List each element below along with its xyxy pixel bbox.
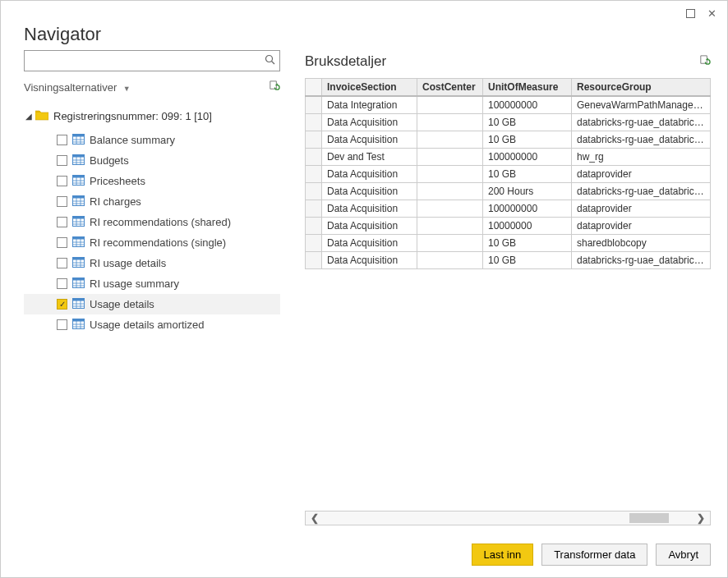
tree-item-label: RI usage summary: [90, 278, 179, 290]
checkbox[interactable]: [57, 278, 67, 289]
table-icon: [72, 319, 90, 332]
tree-root-label: Registreringsnummer: 099: 1 [10]: [53, 110, 212, 122]
left-panel: Visningsalternativer ▼ ◢ Registreringsnu…: [24, 50, 280, 525]
refresh-icon[interactable]: [268, 80, 280, 94]
table-row[interactable]: Data Acquisition200 Hoursdatabricks-rg-u…: [306, 183, 711, 200]
checkbox[interactable]: [57, 196, 67, 207]
cell: Data Acquisition: [322, 252, 417, 269]
content-area: Visningsalternativer ▼ ◢ Registreringsnu…: [1, 50, 727, 534]
navigator-tree: ◢ Registreringsnummer: 099: 1 [10] Balan…: [24, 106, 280, 335]
cell: 200 Hours: [483, 183, 572, 200]
cell: [417, 96, 483, 114]
row-selector-cell[interactable]: [306, 218, 322, 235]
search-icon[interactable]: [260, 54, 279, 67]
dialog-footer: Last inn Transformer data Avbryt: [1, 534, 727, 577]
tree-root-node[interactable]: ◢ Registreringsnummer: 099: 1 [10]: [24, 106, 280, 126]
cell: databricks-rg-uae_databricks-: [572, 131, 711, 149]
row-selector-cell[interactable]: [306, 183, 322, 200]
tree-item[interactable]: Usage details amortized: [24, 314, 280, 335]
cell: [417, 131, 483, 149]
table-row[interactable]: Data Acquisition10 GBdatabricks-rg-uae_d…: [306, 252, 711, 269]
preview-panel: Bruksdetaljer InvoiceSection CostCenter …: [305, 50, 711, 525]
svg-rect-46: [73, 278, 85, 280]
table-icon: [72, 278, 90, 291]
tree-item[interactable]: Pricesheets: [24, 171, 280, 191]
checkbox[interactable]: [57, 155, 67, 166]
checkbox[interactable]: [57, 176, 67, 186]
cell: Data Acquisition: [322, 235, 417, 252]
transform-data-button[interactable]: Transformer data: [541, 544, 647, 566]
search-box[interactable]: [24, 50, 280, 71]
tree-item[interactable]: RI charges: [24, 191, 280, 212]
cell: dataprovider: [572, 166, 711, 183]
column-header[interactable]: InvoiceSection: [322, 79, 417, 97]
row-selector-cell[interactable]: [306, 200, 322, 218]
svg-rect-58: [73, 319, 85, 321]
preview-table: InvoiceSection CostCenter UnitOfMeasure …: [305, 78, 711, 269]
table-icon: [72, 175, 90, 188]
checkbox[interactable]: [57, 319, 67, 330]
table-row[interactable]: Data Acquisition10 GBsharedblobcopy: [306, 235, 711, 252]
tree-item[interactable]: RI recommendations (single): [24, 232, 280, 253]
maximize-icon[interactable]: [683, 6, 698, 21]
cell: 10000000: [483, 218, 572, 235]
table-row[interactable]: Data Acquisition10 GBdataprovider: [306, 166, 711, 183]
tree-item-label: Pricesheets: [90, 175, 145, 187]
row-selector-cell[interactable]: [306, 114, 322, 131]
checkbox[interactable]: [57, 135, 67, 145]
row-selector-cell[interactable]: [306, 235, 322, 252]
collapse-icon[interactable]: ◢: [25, 112, 35, 121]
cell: dataprovider: [572, 200, 711, 218]
table-row[interactable]: Data Acquisition100000000dataprovider: [306, 200, 711, 218]
table-row[interactable]: Data Acquisition10000000dataprovider: [306, 218, 711, 235]
row-selector-cell[interactable]: [306, 96, 322, 114]
tree-item-label: RI charges: [90, 195, 141, 208]
table-icon: [72, 195, 90, 209]
tree-item[interactable]: RI usage summary: [24, 273, 280, 294]
column-header[interactable]: UnitOfMeasure: [483, 79, 572, 97]
scroll-right-icon[interactable]: ❯: [692, 512, 710, 524]
cell: [417, 235, 483, 252]
table-row[interactable]: Data Acquisition10 GBdatabricks-rg-uae_d…: [306, 131, 711, 149]
table-row[interactable]: Data Acquisition10 GBdatabricks-rg-uae_d…: [306, 114, 711, 131]
svg-rect-52: [73, 298, 85, 300]
table-row[interactable]: Data Integration100000000GenevaWarmPathM…: [306, 96, 711, 114]
tree-item[interactable]: RI usage details: [24, 253, 280, 273]
row-selector-cell[interactable]: [306, 252, 322, 269]
column-header[interactable]: ResourceGroup: [572, 79, 711, 97]
horizontal-scrollbar[interactable]: ❮ ❯: [305, 511, 711, 525]
row-selector-cell[interactable]: [306, 131, 322, 149]
column-header[interactable]: CostCenter: [417, 79, 483, 97]
svg-rect-10: [73, 154, 85, 157]
checkbox[interactable]: [57, 217, 67, 227]
scrollbar-track[interactable]: [324, 511, 692, 525]
checkbox[interactable]: [57, 237, 67, 248]
close-icon[interactable]: ✕: [704, 6, 719, 21]
tree-item[interactable]: RI recommendations (shared): [24, 212, 280, 232]
row-selector-header: [306, 79, 322, 97]
svg-point-1: [265, 56, 272, 62]
load-button[interactable]: Last inn: [472, 544, 534, 566]
checkbox[interactable]: [57, 299, 67, 310]
table-row[interactable]: Dev and Test100000000hw_rg: [306, 149, 711, 166]
cancel-button[interactable]: Avbryt: [656, 544, 711, 566]
scroll-left-icon[interactable]: ❮: [306, 512, 324, 524]
checkbox[interactable]: [57, 258, 67, 268]
tree-item[interactable]: Budgets: [24, 150, 280, 171]
preview-refresh-icon[interactable]: [698, 54, 711, 69]
search-input[interactable]: [25, 55, 260, 67]
tree-item[interactable]: Balance summary: [24, 130, 280, 150]
cell: Data Acquisition: [322, 166, 417, 183]
table-icon: [72, 298, 90, 311]
tree-item[interactable]: Usage details: [24, 294, 280, 314]
tree-item-label: RI recommendations (single): [90, 236, 226, 249]
cell: Data Acquisition: [322, 200, 417, 218]
cell: dataprovider: [572, 218, 711, 235]
cell: [417, 218, 483, 235]
display-options-dropdown[interactable]: Visningsalternativer ▼: [24, 81, 131, 94]
scrollbar-thumb[interactable]: [629, 513, 669, 523]
row-selector-cell[interactable]: [306, 149, 322, 166]
table-icon: [72, 154, 90, 167]
titlebar: ✕: [1, 1, 727, 21]
row-selector-cell[interactable]: [306, 166, 322, 183]
